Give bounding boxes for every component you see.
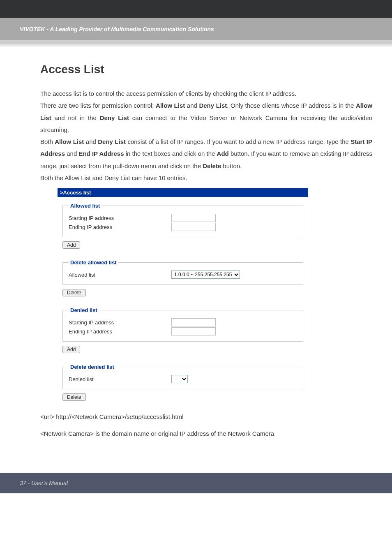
allowed-end-input[interactable] <box>171 223 216 231</box>
denied-end-label: Ending IP address <box>69 328 171 335</box>
delete-allowed-row: Allowed list 1.0.0.0 ~ 255.255.255.255 <box>69 271 297 279</box>
allowed-end-row: Ending IP address <box>69 223 297 231</box>
delete-denied-button[interactable]: Delete <box>62 393 86 401</box>
denied-start-row: Starting IP address <box>69 318 297 326</box>
allowed-list-legend: Allowed list <box>69 203 101 209</box>
denied-list-group: Denied list Starting IP address Ending I… <box>62 307 303 342</box>
allowed-list-group: Allowed list Starting IP address Ending … <box>62 203 303 237</box>
intro-para-2: There are two lists for permission contr… <box>40 99 372 136</box>
header-banner-text: VIVOTEK - A Leading Provider of Multimed… <box>20 26 214 32</box>
page-title: Access List <box>40 63 372 76</box>
panel-header: >Access list <box>58 188 308 197</box>
denied-list-legend: Denied list <box>69 307 99 313</box>
delete-denied-group: Delete denied list Denied list <box>62 364 303 389</box>
delete-denied-legend: Delete denied list <box>69 364 116 370</box>
allowed-list-select[interactable]: 1.0.0.0 ~ 255.255.255.255 <box>171 271 240 279</box>
footer-bar: 37 - User's Manual <box>0 473 392 493</box>
intro-para-3: Both Allow List and Deny List consist of… <box>40 136 372 172</box>
url-line-1: <url> http://<Network Camera>/setup/acce… <box>40 411 372 423</box>
allowed-end-label: Ending IP address <box>69 224 171 230</box>
delete-denied-label: Denied list <box>69 376 171 382</box>
denied-list-select[interactable] <box>171 375 188 383</box>
add-denied-button[interactable]: Add <box>62 346 80 353</box>
access-list-panel: >Access list Allowed list Starting IP ad… <box>58 188 308 406</box>
url-line-2: <Network Camera> is the domain name or o… <box>40 428 372 439</box>
denied-start-input[interactable] <box>171 318 216 326</box>
main-content: Access List The access list is to contro… <box>0 46 392 452</box>
denied-end-input[interactable] <box>171 327 216 335</box>
allowed-start-input[interactable] <box>171 214 216 222</box>
top-dark-bar <box>0 0 392 18</box>
delete-allowed-button[interactable]: Delete <box>62 289 86 296</box>
denied-end-row: Ending IP address <box>69 327 297 335</box>
intro-para-4: Both the Allow List and Deny List can ha… <box>40 172 372 184</box>
denied-start-label: Starting IP address <box>69 319 171 326</box>
allowed-start-row: Starting IP address <box>69 214 297 222</box>
header-bar: VIVOTEK - A Leading Provider of Multimed… <box>0 18 392 44</box>
intro-para-1: The access list is to control the access… <box>40 88 372 99</box>
allowed-start-label: Starting IP address <box>69 215 171 221</box>
delete-allowed-legend: Delete allowed list <box>69 259 118 266</box>
delete-allowed-group: Delete allowed list Allowed list 1.0.0.0… <box>62 259 303 285</box>
delete-denied-row: Denied list <box>69 375 297 383</box>
footer-text: 37 - User's Manual <box>20 480 68 486</box>
delete-allowed-label: Allowed list <box>69 272 171 278</box>
add-allowed-button[interactable]: Add <box>62 241 80 249</box>
